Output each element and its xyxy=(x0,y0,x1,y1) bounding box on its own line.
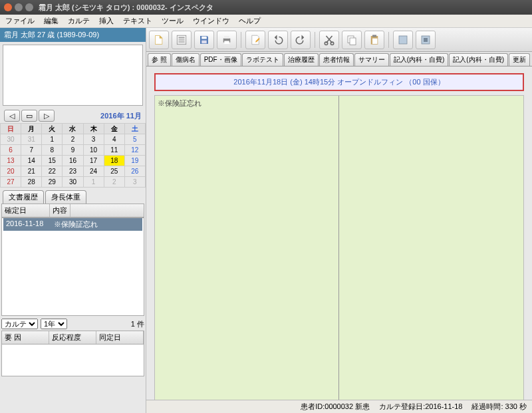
cal-stop-button[interactable]: ▭ xyxy=(21,110,37,122)
karte-soa-pane[interactable]: ※保険証忘れ xyxy=(155,96,339,400)
tab-height-weight[interactable]: 身長体重 xyxy=(45,190,86,204)
cal-day[interactable]: 17 xyxy=(83,156,104,166)
cal-day[interactable]: 22 xyxy=(42,166,63,177)
cal-day[interactable]: 3 xyxy=(124,177,145,188)
menu-window[interactable]: ウインドウ xyxy=(190,15,232,27)
stamp-icon[interactable] xyxy=(172,31,192,49)
tab-reference[interactable]: 参 照 xyxy=(148,53,171,66)
cal-day[interactable]: 14 xyxy=(21,156,42,166)
filter-count: 1 件 xyxy=(131,319,144,329)
calendar[interactable]: 日 月 火 水 木 金 土 30311234567891011121314151… xyxy=(0,123,146,188)
new-doc-icon[interactable] xyxy=(149,31,169,49)
menu-help[interactable]: ヘルプ xyxy=(236,15,263,27)
svg-rect-18 xyxy=(424,38,428,42)
menu-insert[interactable]: 挿入 xyxy=(96,15,116,27)
cal-day[interactable]: 29 xyxy=(42,177,63,188)
cal-day[interactable]: 1 xyxy=(83,177,104,188)
attach2-icon[interactable] xyxy=(416,31,436,49)
cal-day[interactable]: 24 xyxy=(83,166,104,177)
cal-day[interactable]: 19 xyxy=(124,156,145,166)
cal-day[interactable]: 12 xyxy=(124,145,145,156)
cal-prev-button[interactable]: ◁ xyxy=(4,110,20,122)
cal-next-button[interactable]: ▷ xyxy=(39,110,55,122)
cal-day[interactable]: 15 xyxy=(42,156,63,166)
dow-thu: 木 xyxy=(83,124,104,134)
left-panel: 霜月 太郎 27 歳 (1989-09-09) ◁ ▭ ▷ 2016年 11月 … xyxy=(0,28,146,413)
undo-icon[interactable] xyxy=(268,31,288,49)
cal-day[interactable]: 31 xyxy=(21,134,42,145)
right-panel: 参 照 傷病名 PDF・画像 ラボテスト 治療履歴 患者情報 サマリー 記入(内… xyxy=(146,28,532,413)
cal-day[interactable]: 4 xyxy=(104,134,124,145)
svg-rect-12 xyxy=(350,38,356,45)
close-icon[interactable] xyxy=(4,3,12,11)
cal-day[interactable]: 16 xyxy=(63,156,83,166)
cal-day[interactable]: 28 xyxy=(21,177,42,188)
cal-day[interactable]: 20 xyxy=(1,166,21,177)
svg-rect-8 xyxy=(224,41,229,44)
history-list[interactable]: 2016-11-18 ※保険証忘れ xyxy=(1,217,144,316)
status-reg: カルテ登録日:2016-11-18 xyxy=(379,402,462,412)
redo-icon[interactable] xyxy=(291,31,311,49)
tab-patient-info[interactable]: 患者情報 xyxy=(319,53,354,66)
menu-karte[interactable]: カルテ xyxy=(65,15,92,27)
dow-sun: 日 xyxy=(1,124,21,134)
print-icon[interactable] xyxy=(217,31,237,49)
tab-summary[interactable]: サマリー xyxy=(354,53,389,66)
cal-day[interactable]: 18 xyxy=(104,156,124,166)
svg-rect-5 xyxy=(201,40,207,43)
cal-day[interactable]: 26 xyxy=(124,166,145,177)
history-row[interactable]: 2016-11-18 ※保険証忘れ xyxy=(3,218,142,231)
cal-day[interactable]: 7 xyxy=(21,145,42,156)
svg-rect-2 xyxy=(178,39,184,41)
cal-day[interactable]: 2 xyxy=(63,134,83,145)
tab-labtest[interactable]: ラボテスト xyxy=(242,53,283,66)
cal-day[interactable]: 6 xyxy=(1,145,21,156)
filter-type-select[interactable]: カルテ xyxy=(1,319,38,329)
svg-rect-1 xyxy=(178,37,184,38)
tab-entry2[interactable]: 記入(内科・自費) xyxy=(449,53,508,66)
karte-body: ※保険証忘れ xyxy=(154,95,524,400)
cut-icon[interactable] xyxy=(319,31,339,49)
paste-icon[interactable] xyxy=(364,31,384,49)
cal-day[interactable]: 2 xyxy=(104,177,124,188)
cal-day[interactable]: 23 xyxy=(63,166,83,177)
factor-list[interactable] xyxy=(1,344,144,376)
tab-pdf-image[interactable]: PDF・画像 xyxy=(200,53,241,66)
cal-day[interactable]: 30 xyxy=(1,134,21,145)
toolbar xyxy=(146,28,532,52)
karte-plan-pane[interactable] xyxy=(338,96,523,400)
history-row-content: ※保険証忘れ xyxy=(51,218,100,231)
cal-day[interactable]: 1 xyxy=(42,134,63,145)
menu-text[interactable]: テキスト xyxy=(120,15,155,27)
patient-banner: 霜月 太郎 27 歳 (1989-09-09) xyxy=(0,28,146,42)
cal-day[interactable]: 25 xyxy=(104,166,124,177)
cal-day[interactable]: 8 xyxy=(42,145,63,156)
tab-treatment[interactable]: 治療履歴 xyxy=(284,53,319,66)
cal-day[interactable]: 21 xyxy=(21,166,42,177)
maximize-icon[interactable] xyxy=(25,3,33,11)
menu-file[interactable]: ファイル xyxy=(3,15,37,27)
cal-day[interactable]: 3 xyxy=(83,134,104,145)
karte-area: 2016年11月18日 (金) 14時15分 オープンドルフィン （00 国保）… xyxy=(146,67,532,400)
cal-day[interactable]: 13 xyxy=(1,156,21,166)
filter-period-select[interactable]: 1年 xyxy=(41,319,67,329)
cal-day[interactable]: 27 xyxy=(1,177,21,188)
cal-day[interactable]: 30 xyxy=(63,177,83,188)
cal-day[interactable]: 10 xyxy=(83,145,104,156)
cal-day[interactable]: 9 xyxy=(63,145,83,156)
menu-tool[interactable]: ツール xyxy=(159,15,186,27)
cal-day[interactable]: 11 xyxy=(104,145,124,156)
tab-update[interactable]: 更新 xyxy=(509,53,530,66)
tab-disease[interactable]: 傷病名 xyxy=(172,53,200,66)
copy-icon[interactable] xyxy=(342,31,362,49)
minimize-icon[interactable] xyxy=(15,3,23,11)
cal-day[interactable]: 5 xyxy=(124,134,145,145)
note-icon[interactable] xyxy=(245,31,265,49)
save-icon[interactable] xyxy=(194,31,214,49)
menu-edit[interactable]: 編集 xyxy=(41,15,61,27)
window-buttons xyxy=(4,3,33,11)
tab-entry1[interactable]: 記入(内科・自費) xyxy=(390,53,449,66)
attach1-icon[interactable] xyxy=(393,31,413,49)
tab-doc-history[interactable]: 文書履歴 xyxy=(3,190,44,204)
factor-col1: 要 因 xyxy=(2,331,49,344)
